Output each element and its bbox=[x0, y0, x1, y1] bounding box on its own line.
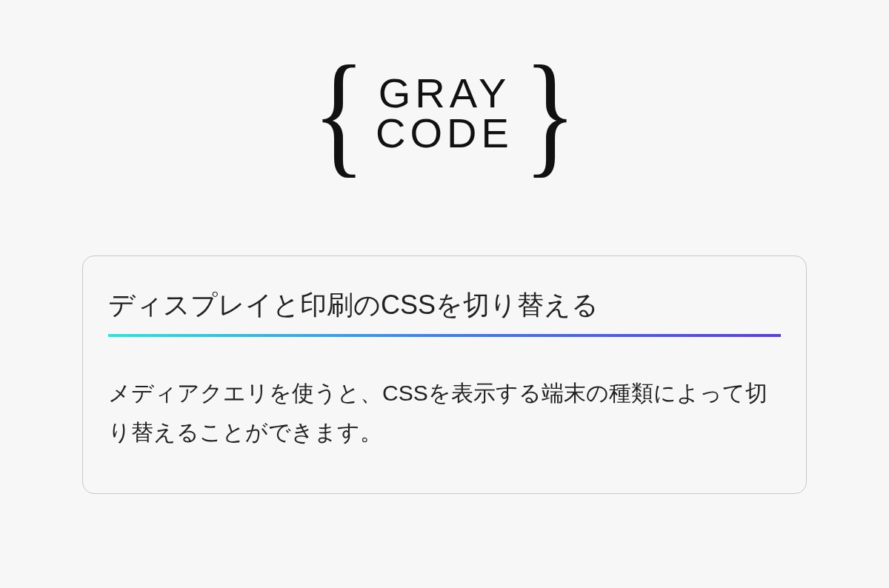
site-logo: { GRAY CODE } bbox=[0, 44, 889, 181]
brace-right-icon: } bbox=[524, 44, 576, 181]
card-title: ディスプレイと印刷のCSSを切り替える bbox=[108, 287, 781, 337]
logo-line-1: GRAY bbox=[379, 73, 511, 113]
card-body: メディアクエリを使うと、CSSを表示する端末の種類によって切り替えることができま… bbox=[108, 374, 781, 452]
logo-text: GRAY CODE bbox=[372, 73, 517, 152]
brace-left-icon: { bbox=[313, 44, 365, 181]
logo-line-2: CODE bbox=[376, 113, 513, 153]
content-card: ディスプレイと印刷のCSSを切り替える メディアクエリを使うと、CSSを表示する… bbox=[82, 255, 807, 494]
logo-inner: { GRAY CODE } bbox=[306, 44, 582, 181]
